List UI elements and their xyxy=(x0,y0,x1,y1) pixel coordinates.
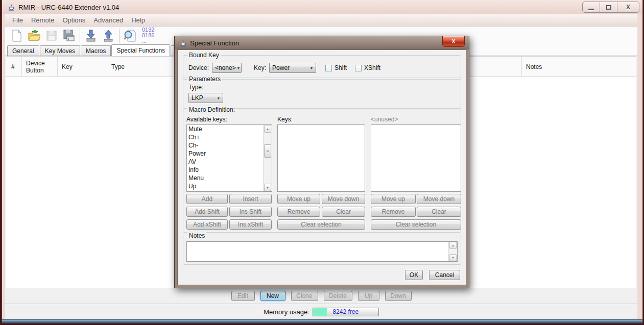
keys-list[interactable] xyxy=(277,124,365,192)
window-titlebar[interactable]: RMIR - URC-6440 Extender v1.04 X xyxy=(2,0,642,14)
scroll-up-icon[interactable]: ▲ xyxy=(264,125,271,133)
list-item[interactable]: Ch- xyxy=(187,141,272,149)
scroll-up-icon[interactable]: ▲ xyxy=(449,242,457,249)
available-keys-scrollbar[interactable]: ▲ ≡ ▼ xyxy=(263,125,272,191)
menu-file[interactable]: File xyxy=(12,16,23,24)
column-header-key[interactable]: Key xyxy=(58,57,107,77)
download-button[interactable] xyxy=(83,29,99,43)
keys-label: Keys: xyxy=(277,116,293,123)
menu-bar: File Remote Options Advanced Help xyxy=(5,14,637,27)
keys-move-down-button[interactable]: Move down xyxy=(322,194,365,204)
delete-button[interactable]: Delete xyxy=(324,291,352,301)
tab-special-functions[interactable]: Special Functions xyxy=(111,44,170,56)
column-header-number[interactable]: # xyxy=(7,57,22,77)
type-label: Type: xyxy=(188,84,203,91)
keys-move-up-button[interactable]: Move up xyxy=(277,194,320,204)
scroll-down-icon[interactable]: ▼ xyxy=(449,254,457,261)
memory-usage-bar: 8242 free xyxy=(313,308,379,316)
unused-list[interactable] xyxy=(371,124,461,192)
device-value: <none> xyxy=(215,64,236,71)
down-button[interactable]: Down xyxy=(385,291,412,301)
desktop: RMIR - URC-6440 Extender v1.04 X File Re… xyxy=(0,0,644,325)
open-folder-icon xyxy=(28,29,41,42)
cancel-button[interactable]: Cancel xyxy=(429,270,460,280)
unused-clear-selection-button[interactable]: Clear selection xyxy=(371,219,461,230)
key-combobox[interactable]: Power ▼ xyxy=(269,63,316,73)
dialog-titlebar[interactable]: Special Function xyxy=(175,36,469,49)
menu-advanced[interactable]: Advanced xyxy=(93,16,123,24)
chevron-down-icon: ▼ xyxy=(214,96,223,100)
close-button[interactable]: X xyxy=(617,2,639,12)
add-button[interactable]: Add xyxy=(186,194,228,204)
status-bar: Memory usage: 8242 free xyxy=(5,304,637,319)
parameters-group: Parameters Type: LKP ▼ xyxy=(183,79,461,109)
save-as-icon: I xyxy=(62,29,76,42)
tab-key-moves[interactable]: Key Moves xyxy=(40,45,80,56)
dialog-close-icon: X xyxy=(451,38,455,44)
chevron-down-icon: ▼ xyxy=(307,66,316,70)
keys-clear-selection-button[interactable]: Clear selection xyxy=(277,219,365,230)
list-item[interactable]: Mute xyxy=(187,125,272,133)
list-item[interactable]: Up xyxy=(187,182,272,190)
shift-checkbox[interactable] xyxy=(325,65,332,71)
menu-remote[interactable]: Remote xyxy=(31,16,55,24)
ins-xshift-button[interactable]: Ins xShift xyxy=(229,219,272,230)
open-file-button[interactable] xyxy=(27,29,42,43)
memory-value: 8242 free xyxy=(313,308,378,316)
save-as-button[interactable]: I xyxy=(61,29,77,43)
toolbar-separator xyxy=(80,29,80,43)
notes-scrollbar[interactable]: ▲ ▼ xyxy=(448,242,457,261)
preview-button[interactable] xyxy=(123,29,138,43)
unused-move-down-button[interactable]: Move down xyxy=(417,194,461,204)
xshift-checkbox[interactable] xyxy=(355,65,362,71)
bound-key-group: Bound Key Device: <none> ▼ Key: Power ▼ … xyxy=(183,55,461,78)
menu-help[interactable]: Help xyxy=(131,16,145,24)
notes-group: Notes ▲ ▼ xyxy=(183,236,461,265)
edit-button[interactable]: Edit xyxy=(231,291,255,301)
type-combobox[interactable]: LKP ▼ xyxy=(188,93,223,103)
list-item[interactable]: Power xyxy=(187,149,272,158)
list-item[interactable]: Info xyxy=(187,166,272,174)
insert-button[interactable]: Insert xyxy=(229,194,272,204)
clone-button[interactable]: Clone xyxy=(291,291,318,301)
new-file-button[interactable] xyxy=(9,29,25,43)
add-shift-button[interactable]: Add Shift xyxy=(186,207,228,217)
upload-button[interactable] xyxy=(101,29,116,43)
new-document-icon xyxy=(11,29,23,42)
minimize-button[interactable] xyxy=(583,2,600,12)
menu-options[interactable]: Options xyxy=(62,16,85,24)
list-item[interactable]: Menu xyxy=(187,174,272,182)
ok-button[interactable]: OK xyxy=(405,270,423,280)
save-button[interactable] xyxy=(44,29,59,43)
key-label: Key: xyxy=(254,64,266,71)
unused-clear-button[interactable]: Clear xyxy=(417,207,461,217)
unused-remove-button[interactable]: Remove xyxy=(371,207,416,217)
dialog-close-button[interactable]: X xyxy=(442,36,465,47)
tab-macros[interactable]: Macros xyxy=(81,45,111,56)
device-combobox[interactable]: <none> ▼ xyxy=(212,63,242,73)
new-button[interactable]: New xyxy=(260,291,285,301)
up-button[interactable]: Up xyxy=(358,291,379,301)
magnifier-document-icon xyxy=(124,29,137,43)
keys-clear-button[interactable]: Clear xyxy=(322,207,365,217)
unused-label: <unused> xyxy=(371,116,398,123)
scroll-down-icon[interactable]: ▼ xyxy=(264,184,271,191)
unused-move-up-button[interactable]: Move up xyxy=(371,194,416,204)
keys-remove-button[interactable]: Remove xyxy=(277,207,320,217)
add-xshift-button[interactable]: Add xShift xyxy=(186,219,228,230)
window-controls: X xyxy=(582,2,639,13)
app-java-icon xyxy=(7,3,15,11)
maximize-button[interactable] xyxy=(600,2,617,12)
list-item[interactable]: Ch+ xyxy=(187,133,272,141)
tab-general[interactable]: General xyxy=(7,45,39,56)
column-header-device-button[interactable]: Device Button xyxy=(22,57,58,77)
dialog-title: Special Function xyxy=(190,39,239,47)
dialog-java-icon xyxy=(179,39,187,47)
ins-shift-button[interactable]: Ins Shift xyxy=(229,207,272,217)
available-keys-list[interactable]: Mute Ch+ Ch- Power AV Info Menu Up ▲ ≡ ▼ xyxy=(186,124,272,192)
type-value: LKP xyxy=(192,94,203,102)
notes-textarea[interactable]: ▲ ▼ xyxy=(186,241,458,262)
column-header-notes[interactable]: Notes xyxy=(522,57,636,77)
list-item[interactable]: AV xyxy=(187,158,272,166)
scrollbar-thumb[interactable]: ≡ xyxy=(264,144,271,158)
